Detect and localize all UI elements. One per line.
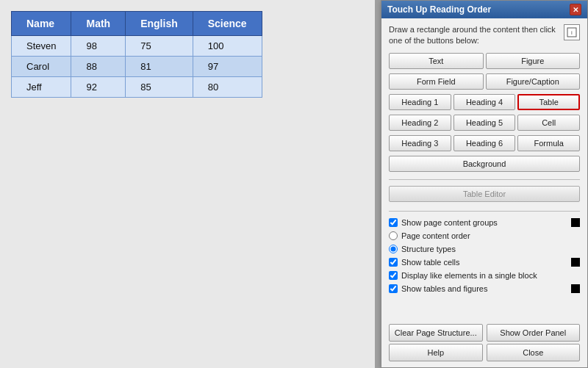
- bottom-btn-row2: Help Close: [389, 344, 580, 361]
- heading2-button[interactable]: Heading 2: [389, 115, 451, 131]
- touch-up-reading-order-dialog: Touch Up Reading Order ✕ Draw a rectangl…: [381, 0, 588, 368]
- show-order-panel-button[interactable]: Show Order Panel: [487, 324, 581, 342]
- divider1: [389, 179, 580, 180]
- bottom-btn-row1: Clear Page Structure... Show Order Panel: [389, 324, 580, 342]
- text-button[interactable]: Text: [389, 53, 484, 69]
- table-row: Steven9875100: [12, 36, 262, 57]
- heading1-button[interactable]: Heading 1: [389, 94, 451, 110]
- heading6-button[interactable]: Heading 6: [453, 135, 516, 151]
- close-button[interactable]: Close: [487, 344, 581, 361]
- table-cell: 85: [126, 77, 193, 98]
- cell-button[interactable]: Cell: [517, 115, 580, 131]
- page-content-order-row: Page content order: [389, 231, 580, 240]
- heading3-button[interactable]: Heading 3: [389, 135, 451, 151]
- show-table-cells-row: Show table cells: [389, 258, 580, 267]
- display-like-elements-checkbox[interactable]: [389, 271, 398, 280]
- btn-grid-row5: Heading 3 Heading 6 Formula: [389, 135, 580, 151]
- pdf-table: Name Math English Science Steven9875100C…: [11, 11, 262, 98]
- table-row: Carol888197: [12, 57, 262, 77]
- show-table-cells-checkbox[interactable]: [389, 258, 398, 267]
- table-editor-button[interactable]: Table Editor: [389, 186, 580, 202]
- btn-grid-row1: Text Figure: [389, 53, 580, 69]
- table-cell: 97: [193, 57, 262, 77]
- show-table-cells-label: Show table cells: [401, 258, 460, 267]
- svg-text:i: i: [571, 29, 573, 36]
- cursor-icon: i: [564, 24, 580, 40]
- col-header-science: Science: [193, 12, 262, 36]
- table-cell: 92: [71, 77, 126, 98]
- bottom-buttons-area: Clear Page Structure... Show Order Panel…: [381, 320, 587, 367]
- table-cell: Carol: [12, 57, 71, 77]
- structure-types-row: Structure types: [389, 245, 580, 253]
- show-tables-figures-row: Show tables and figures: [389, 284, 580, 293]
- form-field-button[interactable]: Form Field: [389, 73, 484, 90]
- close-icon[interactable]: ✕: [570, 4, 581, 15]
- col-header-english: English: [126, 12, 193, 36]
- table-cell: 80: [193, 77, 262, 98]
- show-tables-figures-checkbox[interactable]: [389, 284, 398, 293]
- display-like-elements-row: Display like elements in a single block: [389, 271, 580, 280]
- btn-grid-row4: Heading 2 Heading 5 Cell: [389, 115, 580, 131]
- clear-page-structure-button[interactable]: Clear Page Structure...: [389, 324, 483, 342]
- structure-types-radio[interactable]: [389, 245, 398, 253]
- dialog-titlebar: Touch Up Reading Order ✕: [381, 1, 587, 18]
- table-cell: 75: [126, 36, 193, 57]
- btn-grid-row2: Form Field Figure/Caption: [389, 73, 580, 90]
- table-cell: 100: [193, 36, 262, 57]
- page-content-order-label: Page content order: [401, 231, 470, 240]
- btn-grid-row3: Heading 1 Heading 4 Table: [389, 94, 580, 110]
- help-button[interactable]: Help: [389, 344, 483, 361]
- black-square-1: [571, 218, 580, 227]
- table-cell: 88: [71, 57, 126, 77]
- formula-button[interactable]: Formula: [517, 135, 580, 151]
- show-page-content-groups-label: Show page content groups: [401, 218, 498, 227]
- dialog-title: Touch Up Reading Order: [387, 4, 491, 15]
- pdf-area: Name Math English Science Steven9875100C…: [0, 0, 375, 368]
- instruction-row: Draw a rectangle around the content then…: [389, 24, 580, 47]
- black-square-2: [571, 258, 580, 267]
- col-header-math: Math: [71, 12, 126, 36]
- structure-types-label: Structure types: [401, 245, 456, 253]
- table-button[interactable]: Table: [517, 94, 580, 110]
- table-cell: Steven: [12, 36, 71, 57]
- show-page-content-groups-checkbox[interactable]: [389, 218, 398, 227]
- col-header-name: Name: [12, 12, 71, 36]
- heading5-button[interactable]: Heading 5: [453, 115, 516, 131]
- table-row: Jeff928580: [12, 77, 262, 98]
- table-cell: 98: [71, 36, 126, 57]
- black-square-3: [571, 284, 580, 293]
- heading4-button[interactable]: Heading 4: [453, 94, 516, 110]
- divider2: [389, 211, 580, 212]
- figure-button[interactable]: Figure: [486, 53, 581, 69]
- show-tables-figures-label: Show tables and figures: [401, 284, 487, 293]
- show-page-content-groups-row: Show page content groups: [389, 218, 580, 227]
- page-content-order-radio[interactable]: [389, 231, 398, 240]
- instruction-text: Draw a rectangle around the content then…: [389, 24, 564, 47]
- table-cell: 81: [126, 57, 193, 77]
- dialog-body: Draw a rectangle around the content then…: [381, 18, 587, 320]
- figure-caption-button[interactable]: Figure/Caption: [486, 73, 581, 90]
- table-cell: Jeff: [12, 77, 71, 98]
- background-button[interactable]: Background: [389, 156, 580, 172]
- display-like-elements-label: Display like elements in a single block: [401, 271, 537, 280]
